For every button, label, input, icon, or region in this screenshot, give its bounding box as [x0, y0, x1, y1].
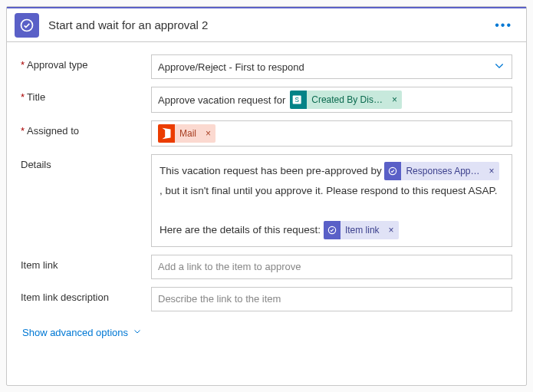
card-header: Start and wait for an approval 2 •••: [7, 7, 526, 42]
token-remove-button[interactable]: ×: [201, 128, 216, 139]
approval-token-icon: [384, 162, 401, 180]
label-item-link-desc: Item link description: [21, 287, 151, 303]
card-body: *Approval type Approve/Reject - First to…: [7, 42, 526, 385]
details-text-2: , but it isn't final until you approve i…: [160, 185, 498, 196]
label-title: *Title: [21, 87, 151, 103]
title-input[interactable]: Approve vacation request for S Created B…: [151, 87, 512, 113]
row-item-link: Item link Add a link to the item to appr…: [21, 255, 512, 279]
details-text-1: This vacation request has been pre-appro…: [160, 165, 384, 176]
token-responses-app[interactable]: Responses App… ×: [384, 162, 498, 180]
token-label: Created By Dis…: [307, 94, 387, 105]
details-text-3: Here are the details of this request:: [160, 224, 321, 236]
office-icon: [158, 124, 175, 143]
approval-type-value: Approve/Reject - First to respond: [158, 61, 304, 73]
approval-action-card: Start and wait for an approval 2 ••• *Ap…: [6, 6, 527, 386]
details-input[interactable]: This vacation request has been pre-appro…: [151, 154, 512, 247]
more-options-button[interactable]: •••: [489, 15, 518, 35]
token-created-by[interactable]: S Created By Dis… ×: [290, 91, 402, 109]
approval-icon: [15, 13, 39, 38]
show-advanced-options-button[interactable]: Show advanced options: [21, 319, 143, 338]
row-item-link-desc: Item link description Describe the link …: [21, 287, 512, 311]
approval-token-icon: [324, 221, 341, 239]
sharepoint-icon: S: [290, 91, 307, 109]
token-label: Responses App…: [401, 163, 484, 180]
advanced-options-label: Show advanced options: [22, 327, 128, 338]
label-assigned-to: *Assigned to: [21, 120, 151, 137]
row-approval-type: *Approval type Approve/Reject - First to…: [21, 54, 512, 79]
item-link-desc-input[interactable]: Describe the link to the item: [151, 287, 512, 311]
label-details: Details: [21, 154, 151, 170]
token-remove-button[interactable]: ×: [485, 163, 499, 180]
token-label: Item link: [341, 222, 384, 239]
row-title: *Title Approve vacation request for S Cr…: [21, 87, 512, 113]
label-item-link: Item link: [21, 255, 151, 271]
svg-point-0: [21, 19, 33, 31]
token-remove-button[interactable]: ×: [387, 94, 402, 105]
item-link-placeholder: Add a link to the item to approve: [158, 261, 301, 272]
chevron-down-icon: [133, 327, 142, 338]
row-details: Details This vacation request has been p…: [21, 154, 512, 247]
token-item-link[interactable]: Item link ×: [324, 221, 399, 239]
row-assigned-to: *Assigned to Mail ×: [21, 120, 512, 147]
title-text: Approve vacation request for: [158, 94, 285, 106]
label-approval-type: *Approval type: [21, 54, 151, 71]
chevron-down-icon: [493, 60, 505, 74]
card-title: Start and wait for an approval 2: [48, 18, 479, 31]
item-link-desc-placeholder: Describe the link to the item: [158, 293, 281, 305]
item-link-input[interactable]: Add a link to the item to approve: [151, 255, 512, 279]
svg-text:S: S: [295, 97, 300, 104]
assigned-to-input[interactable]: Mail ×: [151, 120, 512, 147]
token-remove-button[interactable]: ×: [384, 222, 399, 239]
approval-type-select[interactable]: Approve/Reject - First to respond: [151, 54, 512, 79]
token-mail[interactable]: Mail ×: [158, 124, 216, 143]
token-label: Mail: [175, 128, 201, 139]
